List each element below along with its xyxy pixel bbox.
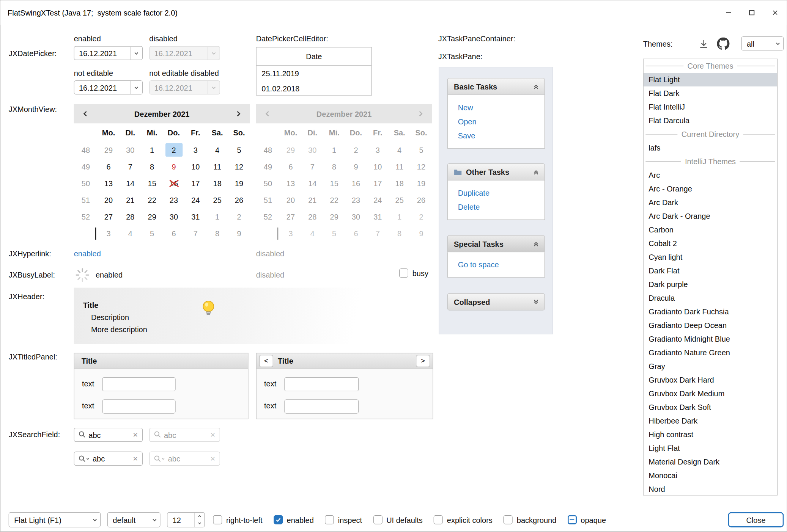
download-icon[interactable]	[698, 38, 710, 50]
theme-list-item[interactable]: Gradianto Nature Green	[644, 346, 777, 359]
theme-list-item[interactable]: Gradianto Deep Ocean	[644, 319, 777, 332]
calendar-day[interactable]: 22	[141, 191, 163, 208]
prev-month-button[interactable]	[81, 110, 90, 118]
font-size-spinner[interactable]: 12	[167, 512, 205, 527]
theme-list-item[interactable]: Dark Flat	[644, 264, 777, 278]
theme-list-item[interactable]: Gray	[644, 359, 777, 373]
calendar-day[interactable]: 27	[98, 208, 119, 225]
theme-list-item[interactable]: Gruvbox Dark Hard	[644, 373, 777, 387]
checkbox-busy[interactable]: busy	[399, 268, 428, 278]
calendar-day[interactable]: 28	[120, 208, 141, 225]
clear-icon[interactable]: ✕	[132, 431, 138, 439]
search-input[interactable]: abc	[93, 454, 129, 463]
collapse-chevron-up-icon[interactable]	[533, 240, 539, 247]
taskpane-header[interactable]: Special Tasks	[447, 235, 545, 252]
search-field[interactable]: abc ✕	[74, 428, 143, 442]
datepicker-field-enabled[interactable]: 16.12.2021	[74, 46, 143, 60]
theme-list-item[interactable]: Cobalt 2	[644, 237, 777, 250]
style-combo[interactable]: default	[107, 512, 161, 527]
calendar-day[interactable]: 8	[141, 158, 163, 175]
checkbox-right-to-left[interactable]: right-to-left	[213, 515, 262, 524]
clear-icon[interactable]: ✕	[132, 455, 138, 462]
theme-list-item[interactable]: Flat IntelliJ	[644, 100, 777, 114]
theme-list-item[interactable]: High contrast	[644, 428, 777, 441]
checkbox-ui-defaults[interactable]: UI defaults	[373, 515, 422, 524]
search-menu-icon[interactable]	[79, 455, 90, 462]
checkbox-inspect[interactable]: inspect	[325, 515, 362, 524]
calendar-day[interactable]: 9	[228, 225, 250, 242]
checkbox-enabled[interactable]: enabled	[274, 515, 314, 524]
checkbox-box[interactable]	[373, 515, 382, 524]
calendar-day[interactable]: 2	[228, 208, 250, 225]
taskpane-link-save[interactable]: Save	[448, 129, 545, 143]
theme-list-item[interactable]: Arc Dark	[644, 196, 777, 209]
checkbox-explicit-colors[interactable]: explicit colors	[434, 515, 493, 524]
theme-list-item[interactable]: Hiberbee Dark	[644, 414, 777, 428]
next-month-button[interactable]	[234, 110, 243, 118]
calendar-day[interactable]: 31	[185, 208, 206, 225]
checkbox-box[interactable]	[434, 515, 443, 524]
calendar-day[interactable]: 15	[141, 175, 163, 191]
taskpane-link-go-to-space[interactable]: Go to space	[448, 258, 545, 272]
titled-panel-prev-button[interactable]: <	[259, 355, 273, 367]
theme-list-item[interactable]: Monocai	[644, 469, 777, 482]
calendar-day[interactable]: 24	[185, 191, 206, 208]
calendar-day[interactable]: 17	[185, 175, 206, 191]
datepicker-field-noteditable[interactable]: 16.12.2021	[74, 80, 143, 94]
calendar-day[interactable]: 19	[228, 175, 250, 191]
checkbox-box[interactable]	[274, 515, 283, 524]
calendar-day[interactable]: 25	[206, 191, 228, 208]
taskpane-header[interactable]: Basic Tasks	[447, 78, 545, 95]
checkbox-box[interactable]	[325, 515, 334, 524]
taskpane-link-new[interactable]: New	[448, 100, 545, 115]
calendar-day[interactable]: 10	[185, 158, 206, 175]
checkbox-box[interactable]	[504, 515, 513, 524]
laf-combo[interactable]: Flat Light (F1)	[9, 512, 101, 527]
calendar-day[interactable]: 4	[206, 141, 228, 158]
checkbox-box[interactable]	[568, 515, 577, 524]
calendar-day[interactable]: 30	[163, 208, 184, 225]
collapse-chevron-up-icon[interactable]	[533, 169, 539, 175]
spinner-value[interactable]: 12	[167, 513, 194, 527]
theme-list-item[interactable]: Flat Darcula	[644, 114, 777, 127]
taskpane-header[interactable]: Collapsed	[447, 293, 545, 310]
calendar-day[interactable]: 20	[98, 191, 119, 208]
table-row[interactable]: 01.02.2018	[257, 81, 371, 96]
calendar-day[interactable]: 12	[228, 158, 250, 175]
minimize-button[interactable]	[717, 0, 740, 25]
checkbox-background[interactable]: background	[504, 515, 556, 524]
calendar-day[interactable]: 3	[185, 141, 206, 158]
theme-list-item[interactable]: lafs	[644, 141, 777, 155]
text-input[interactable]	[102, 377, 175, 391]
calendar-day[interactable]: 7	[185, 225, 206, 242]
text-input[interactable]	[284, 399, 359, 413]
checkbox-box[interactable]	[213, 515, 222, 524]
theme-list-item[interactable]: Flat Light	[644, 73, 777, 86]
hyperlink-enabled[interactable]: enabled	[74, 249, 101, 259]
taskpane-header[interactable]: Other Tasks	[447, 163, 545, 180]
theme-list-item[interactable]: Arc - Orange	[644, 182, 777, 196]
calendar-day[interactable]: 11	[206, 158, 228, 175]
calendar-day[interactable]: 6	[98, 158, 119, 175]
collapse-chevron-down-icon[interactable]	[533, 298, 539, 305]
close-button[interactable]: Close	[728, 512, 784, 527]
theme-list-item[interactable]: Gradianto Midnight Blue	[644, 332, 777, 346]
calendar-day[interactable]: 2	[163, 141, 184, 158]
theme-list-item[interactable]: Dracula	[644, 291, 777, 305]
calendar-day[interactable]: 7	[120, 158, 141, 175]
calendar-day[interactable]: 3	[98, 225, 119, 242]
checkbox-opaque[interactable]: opaque	[568, 515, 606, 524]
calendar-day[interactable]: 1	[141, 141, 163, 158]
calendar-day[interactable]: 9	[163, 158, 184, 175]
themes-filter-combo[interactable]: all	[741, 36, 784, 50]
calendar-day[interactable]: 4	[120, 225, 141, 242]
theme-list-item[interactable]: Gradianto Dark Fuchsia	[644, 305, 777, 319]
calendar-day[interactable]: 18	[206, 175, 228, 191]
calendar-day[interactable]: 5	[228, 141, 250, 158]
taskpane-link-open[interactable]: Open	[448, 115, 545, 129]
close-window-button[interactable]	[763, 0, 787, 25]
date-value[interactable]: 16.12.2021	[74, 49, 130, 58]
theme-list-item[interactable]: Cyan light	[644, 250, 777, 264]
theme-list-item[interactable]: Material Design Dark	[644, 455, 777, 469]
theme-list-item[interactable]: Arc Dark - Orange	[644, 209, 777, 223]
